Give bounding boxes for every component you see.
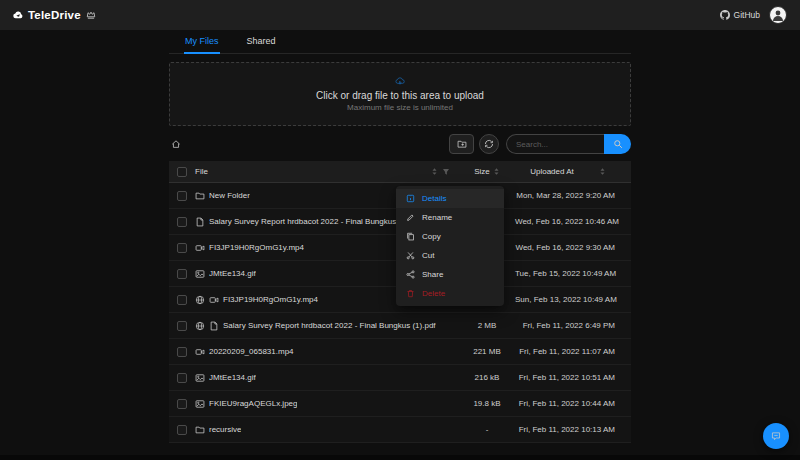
file-uploaded-at: Fri, Feb 11, 2022 10:13 AM bbox=[515, 425, 631, 434]
file-icon bbox=[209, 321, 219, 331]
column-file-label: File bbox=[195, 167, 208, 176]
delete-icon bbox=[406, 289, 415, 298]
image-icon bbox=[195, 399, 205, 409]
file-name[interactable]: New Folder bbox=[209, 191, 250, 200]
github-icon bbox=[720, 10, 730, 20]
brand-title: TeleDrive bbox=[28, 9, 81, 21]
file-uploaded-at: Fri, Feb 11, 2022 11:07 AM bbox=[515, 347, 631, 356]
file-uploaded-at: Wed, Feb 16, 2022 10:46 AM bbox=[515, 217, 631, 226]
row-checkbox[interactable] bbox=[177, 217, 187, 227]
comment-icon bbox=[771, 431, 781, 441]
file-sort-icon[interactable] bbox=[431, 167, 438, 176]
row-checkbox[interactable] bbox=[177, 425, 187, 435]
table-header: File Size Uploaded At bbox=[169, 161, 631, 183]
search-button[interactable] bbox=[604, 134, 631, 154]
row-checkbox[interactable] bbox=[177, 191, 187, 201]
file-uploaded-at: Fri, Feb 11, 2022 10:44 AM bbox=[515, 399, 631, 408]
file-size: 2 MB bbox=[459, 321, 515, 330]
tab-my-files[interactable]: My Files bbox=[184, 30, 220, 54]
chat-fab-button[interactable] bbox=[763, 423, 789, 449]
row-checkbox[interactable] bbox=[177, 269, 187, 279]
row-checkbox[interactable] bbox=[177, 399, 187, 409]
search-group bbox=[506, 134, 631, 154]
upload-dropzone[interactable]: Click or drag file to this area to uploa… bbox=[169, 62, 631, 126]
row-checkbox[interactable] bbox=[177, 373, 187, 383]
search-input[interactable] bbox=[506, 134, 604, 154]
user-avatar[interactable] bbox=[769, 6, 787, 24]
context-menu-item-details[interactable]: Details bbox=[396, 189, 504, 208]
github-link[interactable]: GitHub bbox=[720, 10, 760, 20]
size-sort-icon[interactable] bbox=[493, 167, 500, 176]
github-label: GitHub bbox=[734, 10, 760, 20]
row-checkbox[interactable] bbox=[177, 347, 187, 357]
breadcrumb-home-button[interactable] bbox=[169, 137, 183, 151]
image-icon bbox=[195, 373, 205, 383]
file-name[interactable]: FI3JP19H0RgOmG1y.mp4 bbox=[209, 243, 304, 252]
uploaded-sort-icon[interactable] bbox=[599, 167, 606, 176]
image-icon bbox=[195, 269, 205, 279]
video-icon bbox=[209, 295, 219, 305]
file-name[interactable]: 20220209_065831.mp4 bbox=[209, 347, 294, 356]
file-name[interactable]: Salary Survey Report hrdbacot 2022 - Fin… bbox=[223, 321, 436, 330]
video-icon bbox=[195, 347, 205, 357]
file-size: - bbox=[459, 425, 515, 434]
context-menu-item-label: Share bbox=[422, 270, 443, 279]
home-icon bbox=[171, 139, 181, 149]
file-name[interactable]: recursive bbox=[209, 425, 241, 434]
cloud-upload-icon bbox=[395, 76, 405, 86]
upload-title: Click or drag file to this area to uploa… bbox=[316, 90, 484, 101]
table-row[interactable]: Salary Survey Report hrdbacot 2022 - Fin… bbox=[169, 313, 631, 339]
row-checkbox[interactable] bbox=[177, 243, 187, 253]
upload-subtitle: Maximum file size is unlimited bbox=[347, 103, 453, 112]
context-menu-item-copy[interactable]: Copy bbox=[396, 227, 504, 246]
file-uploaded-at: Tue, Feb 15, 2022 10:49 AM bbox=[515, 269, 631, 278]
context-menu-item-label: Copy bbox=[422, 232, 441, 241]
brand[interactable]: TeleDrive bbox=[13, 9, 96, 21]
table-row[interactable]: FKIEU9ragAQEGLx.jpeg19.8 kBFri, Feb 11, … bbox=[169, 391, 631, 417]
globe-icon bbox=[195, 321, 205, 331]
context-menu-item-cut[interactable]: Cut bbox=[396, 246, 504, 265]
globe-icon bbox=[195, 295, 205, 305]
file-uploaded-at: Fri, Feb 11, 2022 6:49 PM bbox=[515, 321, 631, 330]
file-name[interactable]: Salary Survey Report hrdbacot 2022 - Fin… bbox=[209, 217, 410, 226]
file-name[interactable]: JMtEe134.gif bbox=[209, 373, 256, 382]
file-name[interactable]: FKIEU9ragAQEGLx.jpeg bbox=[209, 399, 297, 408]
file-uploaded-at: Mon, Mar 28, 2022 9:20 AM bbox=[515, 191, 631, 200]
window-bottom-edge bbox=[0, 455, 800, 460]
tab-bar: My Files Shared bbox=[169, 30, 631, 54]
info-icon bbox=[406, 194, 415, 203]
tab-shared[interactable]: Shared bbox=[246, 30, 277, 54]
refresh-button[interactable] bbox=[479, 134, 499, 154]
folder-icon bbox=[195, 191, 205, 201]
new-folder-button[interactable] bbox=[449, 134, 474, 154]
column-uploaded-label: Uploaded At bbox=[530, 167, 574, 176]
row-checkbox[interactable] bbox=[177, 295, 187, 305]
toolbar bbox=[169, 133, 631, 155]
context-menu-item-label: Details bbox=[422, 194, 446, 203]
context-menu-item-rename[interactable]: Rename bbox=[396, 208, 504, 227]
context-menu: DetailsRenameCopyCutShareDelete bbox=[396, 186, 504, 306]
folder-add-icon bbox=[457, 139, 467, 149]
file-size: 216 kB bbox=[459, 373, 515, 382]
context-menu-item-label: Cut bbox=[422, 251, 434, 260]
file-name[interactable]: JMtEe134.gif bbox=[209, 269, 256, 278]
file-icon bbox=[195, 217, 205, 227]
table-row[interactable]: JMtEe134.gif216 kBFri, Feb 11, 2022 10:5… bbox=[169, 365, 631, 391]
table-row[interactable]: recursive-Fri, Feb 11, 2022 10:13 AM bbox=[169, 417, 631, 443]
sync-icon bbox=[484, 139, 494, 149]
table-row[interactable]: 20220209_065831.mp4221 MBFri, Feb 11, 20… bbox=[169, 339, 631, 365]
file-uploaded-at: Fri, Feb 11, 2022 10:51 AM bbox=[515, 373, 631, 382]
context-menu-item-share[interactable]: Share bbox=[396, 265, 504, 284]
crown-icon[interactable] bbox=[86, 10, 96, 20]
context-menu-item-label: Rename bbox=[422, 213, 452, 222]
top-navbar: TeleDrive GitHub bbox=[0, 0, 800, 30]
file-filter-icon[interactable] bbox=[442, 168, 450, 176]
video-icon bbox=[195, 243, 205, 253]
select-all-checkbox[interactable] bbox=[177, 167, 187, 177]
share-icon bbox=[406, 270, 415, 279]
file-uploaded-at: Wed, Feb 16, 2022 9:30 AM bbox=[515, 243, 631, 252]
row-checkbox[interactable] bbox=[177, 321, 187, 331]
file-name[interactable]: FI3JP19H0RgOmG1y.mp4 bbox=[223, 295, 318, 304]
context-menu-item-delete[interactable]: Delete bbox=[396, 284, 504, 303]
scissors-icon bbox=[406, 251, 415, 260]
